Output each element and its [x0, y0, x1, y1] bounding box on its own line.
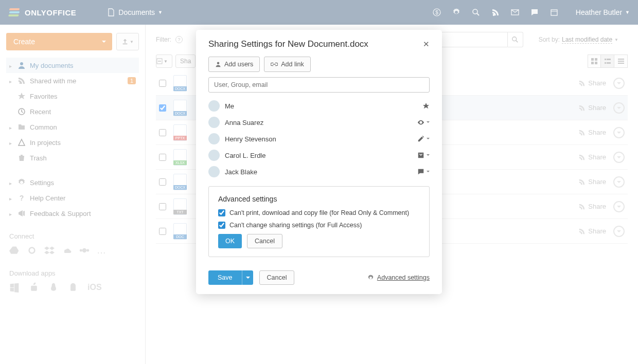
avatar [208, 133, 220, 144]
chevron-down-icon [427, 170, 430, 174]
save-button[interactable]: Save [208, 270, 242, 285]
add-link-button[interactable]: Add link [264, 57, 310, 72]
advanced-panel: Advanced settings Can't print, download … [208, 186, 430, 257]
chevron-down-icon [427, 137, 430, 141]
cancel-button[interactable]: Cancel [259, 270, 295, 285]
chevron-down-icon [427, 153, 430, 157]
member-name: Carol L. Erdle [225, 152, 265, 159]
member-name: Henry Stevenson [225, 135, 276, 143]
member-row: Henry Stevenson [208, 131, 430, 147]
permission-selector [422, 102, 430, 110]
share-search-input[interactable] [208, 77, 430, 93]
gear-icon [367, 275, 374, 281]
member-row: Jack Blake [208, 163, 430, 180]
member-row: Carol L. Erdle [208, 147, 430, 163]
modal-backdrop: Sharing Settings for New Document.docx ✕… [0, 0, 638, 364]
permission-icon [417, 119, 424, 126]
permission-selector[interactable] [417, 119, 430, 126]
opt1-checkbox[interactable] [218, 209, 225, 216]
opt1-label: Can't print, download and copy file (for… [229, 209, 409, 216]
close-button[interactable]: ✕ [423, 40, 430, 49]
advanced-link-label: Advanced settings [377, 274, 430, 281]
ok-button[interactable]: OK [218, 234, 242, 248]
permission-icon [417, 152, 424, 159]
avatar [208, 117, 220, 128]
add-link-label: Add link [281, 61, 304, 68]
opt2-label: Can't change sharing settings (for Full … [229, 222, 362, 229]
member-name: Jack Blake [225, 168, 257, 176]
permission-selector[interactable] [417, 168, 430, 175]
user-icon [215, 61, 221, 67]
chevron-down-icon [427, 120, 430, 124]
save-dropdown-button[interactable] [242, 270, 253, 285]
cancel-advanced-button[interactable]: Cancel [247, 234, 282, 248]
permission-selector[interactable] [417, 135, 430, 142]
member-name: Anna Suarez [225, 119, 263, 126]
member-name: Me [225, 102, 234, 110]
save-split-button: Save [208, 270, 253, 285]
opt2-checkbox[interactable] [218, 222, 225, 229]
permission-icon [417, 168, 424, 175]
svg-point-29 [217, 62, 220, 65]
advanced-title: Advanced settings [218, 195, 420, 203]
modal-title: Sharing Settings for New Document.docx [208, 39, 368, 49]
permission-icon [422, 102, 430, 110]
member-row: Me [208, 98, 430, 114]
add-users-button[interactable]: Add users [208, 57, 260, 72]
advanced-opt1[interactable]: Can't print, download and copy file (for… [218, 209, 420, 216]
permission-icon [417, 135, 424, 142]
avatar [208, 150, 220, 161]
add-users-label: Add users [224, 61, 253, 68]
link-icon [271, 61, 278, 67]
avatar [208, 166, 220, 177]
avatar [208, 100, 220, 112]
member-row: Anna Suarez [208, 114, 430, 131]
advanced-settings-link[interactable]: Advanced settings [367, 274, 430, 281]
permission-selector[interactable] [417, 152, 430, 159]
advanced-opt2[interactable]: Can't change sharing settings (for Full … [218, 222, 420, 229]
sharing-modal: Sharing Settings for New Document.docx ✕… [196, 30, 442, 294]
